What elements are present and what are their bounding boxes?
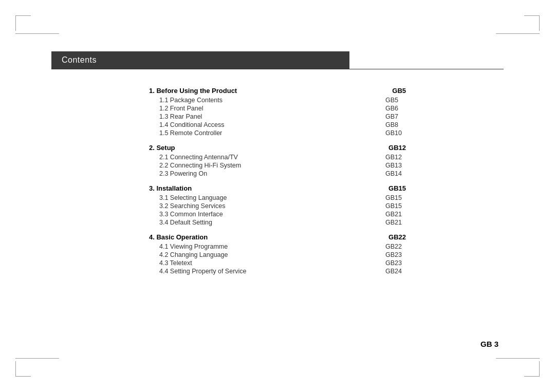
toc-table: 1. Before Using the ProductGB51.1 Packag…	[149, 80, 406, 276]
corner-mark-tr	[524, 15, 540, 31]
toc-item-page: GB5	[385, 97, 406, 104]
toc-section-header-section1: 1. Before Using the ProductGB5	[149, 87, 406, 95]
page-number: GB 3	[480, 340, 498, 348]
toc-item-title: 1.1 Package Contents	[159, 97, 223, 104]
toc-item: 2.1 Connecting Antenna/TVGB12	[149, 154, 406, 161]
bottom-rule-left	[15, 358, 59, 359]
title-underline	[51, 69, 504, 69]
corner-mark-tl	[15, 15, 31, 31]
toc-section-header-section4: 4. Basic OperationGB22	[149, 233, 406, 241]
toc-item-page: GB6	[385, 105, 406, 112]
toc-item: 3.1 Selecting LanguageGB15	[149, 194, 406, 201]
toc-item: 3.4 Default SettingGB21	[149, 219, 406, 226]
toc-section-page-section2: GB12	[388, 144, 406, 152]
toc-item-page: GB7	[385, 113, 406, 120]
toc-section-header-section3: 3. InstallationGB15	[149, 184, 406, 192]
toc-item-page: GB15	[385, 194, 406, 201]
toc-item-page: GB8	[385, 121, 406, 128]
toc-item: 1.2 Front PanelGB6	[149, 105, 406, 112]
toc-section-page-section4: GB22	[388, 233, 406, 241]
toc-item: 1.3 Rear PanelGB7	[149, 113, 406, 120]
toc-item-page: GB12	[385, 154, 406, 161]
toc-item-title: 3.4 Default Setting	[159, 219, 212, 226]
toc-item: 2.2 Connecting Hi-Fi SystemGB13	[149, 162, 406, 169]
toc-item-title: 1.2 Front Panel	[159, 105, 203, 112]
toc-item-page: GB24	[385, 268, 406, 275]
toc-item-title: 2.1 Connecting Antenna/TV	[159, 154, 238, 161]
toc-item-title: 1.3 Rear Panel	[159, 113, 202, 120]
toc-container: 1. Before Using the ProductGB51.1 Packag…	[51, 80, 504, 276]
toc-item: 4.1 Viewing ProgrammeGB22	[149, 243, 406, 250]
toc-item-title: 3.2 Searching Services	[159, 202, 226, 210]
toc-item: 3.2 Searching ServicesGB15	[149, 202, 406, 210]
toc-item-page: GB23	[385, 251, 406, 258]
toc-item-title: 4.3 Teletext	[159, 259, 192, 267]
toc-item-title: 2.2 Connecting Hi-Fi System	[159, 162, 241, 169]
toc-item-title: 4.1 Viewing Programme	[159, 243, 228, 250]
toc-item: 1.1 Package ContentsGB5	[149, 97, 406, 104]
toc-item-title: 1.4 Conditional Access	[159, 121, 224, 128]
toc-section-title-section4: 4. Basic Operation	[149, 233, 208, 241]
toc-item: 4.4 Setting Property of ServiceGB24	[149, 268, 406, 275]
top-rule-right	[496, 33, 540, 34]
bottom-rule-right	[496, 358, 540, 359]
toc-item: 2.3 Powering OnGB14	[149, 170, 406, 177]
toc-item-page: GB21	[385, 219, 406, 226]
page-title: Contents	[62, 55, 97, 65]
toc-item-title: 4.4 Setting Property of Service	[159, 268, 247, 275]
toc-section-title-section1: 1. Before Using the Product	[149, 87, 237, 95]
toc-item-title: 3.3 Common Interface	[159, 211, 223, 218]
toc-item: 1.4 Conditional AccessGB8	[149, 121, 406, 128]
toc-item-page: GB15	[385, 202, 406, 210]
toc-item: 3.3 Common InterfaceGB21	[149, 211, 406, 218]
content-area: Contents 1. Before Using the ProductGB51…	[51, 51, 504, 341]
toc-item: 4.2 Changing LanguageGB23	[149, 251, 406, 258]
toc-section-header-section2: 2. SetupGB12	[149, 144, 406, 152]
toc-item: 1.5 Remote ControllerGB10	[149, 129, 406, 137]
corner-mark-br	[524, 361, 540, 377]
toc-section-page-section1: GB5	[392, 87, 406, 95]
title-banner: Contents	[51, 51, 349, 69]
top-rule-left	[15, 33, 59, 34]
toc-section-title-section3: 3. Installation	[149, 184, 192, 192]
toc-item-page: GB10	[385, 129, 406, 137]
toc-section-page-section3: GB15	[388, 184, 406, 192]
toc-item-page: GB21	[385, 211, 406, 218]
toc-item-page: GB23	[385, 259, 406, 267]
toc-section-title-section2: 2. Setup	[149, 144, 175, 152]
toc-item-page: GB22	[385, 243, 406, 250]
page-container: Contents 1. Before Using the ProductGB51…	[0, 0, 555, 392]
toc-item-title: 4.2 Changing Language	[159, 251, 228, 258]
toc-item-page: GB14	[385, 170, 406, 177]
corner-mark-bl	[15, 361, 31, 377]
toc-item-title: 1.5 Remote Controller	[159, 129, 222, 137]
toc-item: 4.3 TeletextGB23	[149, 259, 406, 267]
toc-item-title: 3.1 Selecting Language	[159, 194, 227, 201]
toc-item-title: 2.3 Powering On	[159, 170, 207, 177]
toc-item-page: GB13	[385, 162, 406, 169]
